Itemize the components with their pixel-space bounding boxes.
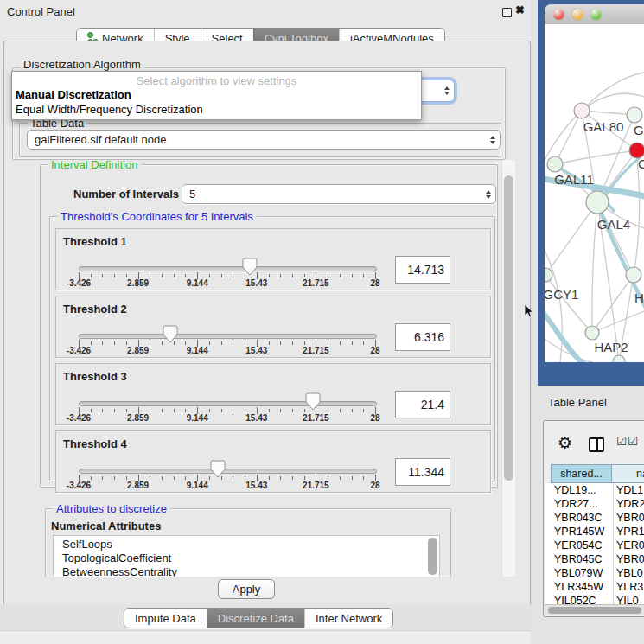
cell-shared-name: YBR043C: [554, 512, 603, 524]
network-node[interactable]: [627, 107, 642, 123]
slider-tick: [269, 341, 270, 345]
zoom-traffic-light[interactable]: [590, 9, 602, 20]
network-edge[interactable]: [555, 150, 637, 164]
list-scrollbar-thumb[interactable]: [428, 538, 437, 575]
slider-tick: [162, 476, 163, 480]
slider-tick: [340, 274, 341, 277]
settings-scroll-area: Interval Definition Number of Intervals …: [0, 160, 500, 577]
checkbox-icon[interactable]: ☑: [628, 434, 639, 448]
network-window-titlebar: [545, 4, 644, 25]
gear-icon[interactable]: ⚙: [558, 433, 572, 453]
attribute-item[interactable]: BetweennessCentrality: [62, 565, 177, 577]
threshold-panel-1: Threshold 1-3.4262.8599.14415.4321.71528…: [55, 228, 491, 290]
table-data-combobox[interactable]: galFiltered.sif default node: [27, 130, 501, 150]
network-edge[interactable]: [582, 73, 644, 111]
threshold-value-field[interactable]: 11.344: [395, 458, 450, 486]
slider-tick: [292, 476, 293, 480]
network-node[interactable]: [613, 355, 625, 362]
threshold-value-field[interactable]: 6.316: [395, 323, 450, 351]
table-data-value: galFiltered.sif default node: [35, 133, 166, 146]
thresholds-group-title: Threshold's Coordinates for 5 Intervals: [57, 210, 257, 223]
slider-tick: [328, 476, 328, 480]
slider-tick: [126, 341, 127, 345]
slider-tick: [174, 409, 175, 412]
number-of-intervals-combobox[interactable]: 5: [182, 184, 496, 204]
network-node[interactable]: [574, 103, 590, 118]
apply-button[interactable]: Apply: [218, 579, 275, 599]
slider-tick: [162, 409, 163, 412]
slider-tick: [185, 341, 186, 345]
network-node[interactable]: [545, 268, 552, 282]
slider-tick: [174, 476, 175, 480]
table-row[interactable]: YBL079WYBL0: [545, 566, 644, 580]
attribute-item[interactable]: TopologicalCoefficient: [62, 552, 171, 564]
cell-shared-name: YBL079W: [554, 567, 603, 579]
slider-handle[interactable]: [242, 258, 258, 276]
checkbox-icon[interactable]: ☑: [616, 434, 628, 448]
column-layout-icon[interactable]: [589, 437, 604, 452]
table-hscrollbar-thumb[interactable]: [548, 607, 641, 614]
slider-tick-label: -3.426: [67, 278, 91, 288]
attribute-item[interactable]: SelfLoops: [62, 538, 112, 551]
dropdown-option-equal-width[interactable]: Equal Width/Frequency Discretization: [16, 103, 203, 116]
tab-infer-network[interactable]: Infer Network: [304, 609, 392, 628]
slider-track[interactable]: [79, 401, 377, 406]
slider-handle[interactable]: [163, 325, 178, 343]
slider-tick: [304, 476, 305, 480]
slider-tick: [102, 476, 103, 480]
numerical-attributes-list[interactable]: SelfLoopsTopologicalCoefficientBetweenne…: [53, 535, 440, 577]
network-node[interactable]: [626, 267, 641, 283]
slider-tick-label: 15.43: [245, 481, 267, 490]
slider-handle[interactable]: [210, 460, 226, 478]
table-row[interactable]: YBR043CYBR0: [545, 511, 644, 525]
minimize-traffic-light[interactable]: [572, 9, 583, 20]
cell-shared-name: YER054C: [554, 539, 603, 552]
slider-track[interactable]: [79, 266, 377, 271]
cell-name: YPR1: [616, 526, 644, 538]
network-node[interactable]: [547, 156, 563, 172]
slider-tick: [91, 409, 92, 412]
threshold-panel-3: Threshold 3-3.4262.8599.14415.4321.71528…: [55, 363, 491, 425]
slider-tick: [209, 409, 210, 412]
table-horizontal-scrollbar[interactable]: [545, 604, 644, 615]
column-header-shared-name[interactable]: shared...: [551, 464, 612, 483]
cell-name: YBR0: [616, 512, 644, 524]
table-row[interactable]: YDL19...YDL1: [545, 483, 644, 497]
slider-tick: [340, 476, 341, 480]
close-traffic-light[interactable]: [553, 9, 564, 20]
column-header-name[interactable]: na: [611, 464, 644, 483]
settings-scrollbar[interactable]: [501, 160, 515, 577]
slider-tick-label: 21.715: [303, 278, 329, 288]
threshold-panel-2: Threshold 2-3.4262.8599.14415.4321.71528…: [55, 296, 491, 358]
table-row[interactable]: YLR345WYLR3: [545, 580, 644, 594]
slider-track[interactable]: [79, 334, 377, 339]
tab-impute-data[interactable]: Impute Data: [124, 609, 207, 628]
slider-handle[interactable]: [305, 392, 321, 411]
network-canvas[interactable]: GAL80GACGAL11GAL4GCY1HHAP2: [545, 24, 644, 362]
tab-label: Infer Network: [316, 612, 382, 625]
threshold-label: Threshold 4: [63, 437, 127, 450]
network-node[interactable]: [586, 191, 609, 214]
threshold-value-field[interactable]: 21.4: [395, 391, 450, 418]
slider-tick-label: 28: [370, 413, 379, 423]
close-icon[interactable]: ✖: [515, 3, 525, 16]
slider-tick: [328, 274, 328, 277]
network-node[interactable]: [585, 326, 599, 340]
table-row[interactable]: YDR27...YDR2: [545, 497, 644, 511]
threshold-value-field[interactable]: 14.713: [395, 256, 450, 284]
slider-tick-label: -3.426: [67, 413, 91, 423]
table-row[interactable]: YBR045CYBR0: [545, 552, 644, 566]
table-row[interactable]: YIL052CYIL0: [545, 594, 644, 604]
settings-scrollbar-thumb[interactable]: [504, 175, 513, 481]
network-edge-highlighted[interactable]: [545, 305, 583, 362]
float-window-icon[interactable]: [502, 8, 512, 17]
slider-tick: [292, 274, 293, 277]
dropdown-option-manual[interactable]: Manual Discretization: [16, 88, 131, 101]
table-row[interactable]: YER054CYER0: [545, 539, 644, 552]
network-edge[interactable]: [634, 158, 640, 275]
table-row[interactable]: YPR145WYPR1: [545, 525, 644, 539]
tab-discretize-data[interactable]: Discretize Data: [207, 609, 304, 628]
slider-track[interactable]: [79, 469, 377, 474]
network-edge[interactable]: [545, 202, 597, 275]
mouse-cursor: [525, 304, 535, 320]
